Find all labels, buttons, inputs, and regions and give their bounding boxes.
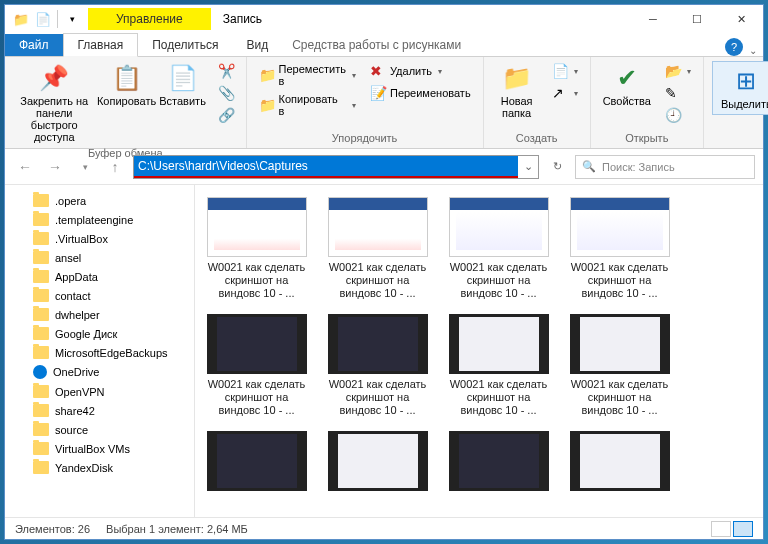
save-icon[interactable]: 📄 xyxy=(33,9,53,29)
file-item[interactable]: W0021 как сделать скриншот на виндовс 10… xyxy=(441,310,556,421)
folder-icon xyxy=(33,270,49,283)
tree-item[interactable]: OneDrive xyxy=(5,362,194,382)
thumbnail xyxy=(328,431,428,491)
delete-button[interactable]: ✖Удалить▾ xyxy=(366,61,475,81)
chevron-down-icon: ▾ xyxy=(574,67,578,76)
open-icon: 📂 xyxy=(665,63,681,79)
maximize-button[interactable]: ☐ xyxy=(675,5,719,33)
tree-item[interactable]: .VirtualBox xyxy=(5,229,194,248)
tree-item[interactable]: Google Диск xyxy=(5,324,194,343)
copy-path-button[interactable]: 📎 xyxy=(214,83,238,103)
rename-label: Переименовать xyxy=(390,87,471,99)
back-button[interactable]: ← xyxy=(13,155,37,179)
search-box[interactable]: 🔍 Поиск: Запись xyxy=(575,155,755,179)
tree-item[interactable]: ansel xyxy=(5,248,194,267)
rename-button[interactable]: 📝Переименовать xyxy=(366,83,475,103)
tree-item[interactable]: .opera xyxy=(5,191,194,210)
close-button[interactable]: ✕ xyxy=(719,5,763,33)
file-item[interactable]: W0021 как сделать скриншот на виндовс 10… xyxy=(562,310,677,421)
explorer-window: 📁 📄 ▾ Управление Запись ─ ☐ ✕ Файл Главн… xyxy=(4,4,764,540)
tree-item[interactable]: OpenVPN xyxy=(5,382,194,401)
contextual-tab-manage[interactable]: Управление xyxy=(88,8,211,30)
contextual-subtab[interactable]: Средства работы с рисунками xyxy=(282,34,471,56)
paste-button[interactable]: 📄 Вставить xyxy=(158,61,208,109)
pin-button[interactable]: 📌 Закрепить на панели быстрого доступа xyxy=(13,61,96,145)
help-icon[interactable]: ? xyxy=(725,38,743,56)
recent-dropdown[interactable]: ▾ xyxy=(73,155,97,179)
tree-item[interactable]: .templateengine xyxy=(5,210,194,229)
address-bar[interactable]: C:\Users\hardr\Videos\Captures ⌄ xyxy=(133,155,539,179)
rename-icon: 📝 xyxy=(370,85,386,101)
easy-access-icon: ↗ xyxy=(552,85,568,101)
refresh-button[interactable]: ↻ xyxy=(545,155,569,179)
ribbon-tabs: Файл Главная Поделиться Вид Средства раб… xyxy=(5,33,763,57)
copy-button[interactable]: 📋 Копировать xyxy=(102,61,152,109)
cut-button[interactable]: ✂️ xyxy=(214,61,238,81)
file-item[interactable] xyxy=(441,427,556,495)
navigation-bar: ← → ▾ ↑ C:\Users\hardr\Videos\Captures ⌄… xyxy=(5,149,763,185)
tab-file[interactable]: Файл xyxy=(5,34,63,56)
separator xyxy=(57,10,58,28)
details-view-button[interactable] xyxy=(711,521,731,537)
tree-item[interactable]: AppData xyxy=(5,267,194,286)
tree-item[interactable]: contact xyxy=(5,286,194,305)
properties-button[interactable]: ✔ Свойства xyxy=(599,61,655,109)
copy-icon: 📋 xyxy=(112,63,142,93)
select-icon: ⊞ xyxy=(736,66,756,96)
file-item[interactable]: W0021 как сделать скриншот на виндовс 10… xyxy=(199,310,314,421)
address-dropdown-icon[interactable]: ⌄ xyxy=(518,160,538,173)
up-button[interactable]: ↑ xyxy=(103,155,127,179)
onedrive-icon xyxy=(33,365,47,379)
thumbnail xyxy=(449,197,549,257)
move-to-button[interactable]: 📁Переместить в▾ xyxy=(255,61,360,89)
window-controls: ─ ☐ ✕ xyxy=(631,5,763,33)
thumbnails-view-button[interactable] xyxy=(733,521,753,537)
minimize-button[interactable]: ─ xyxy=(631,5,675,33)
qat-dropdown-icon[interactable]: ▾ xyxy=(62,9,82,29)
file-item[interactable]: W0021 как сделать скриншот на виндовс 10… xyxy=(441,193,556,304)
navigation-pane[interactable]: .opera.templateengine.VirtualBoxanselApp… xyxy=(5,185,195,517)
collapse-ribbon-icon[interactable]: ⌄ xyxy=(749,45,757,56)
forward-button[interactable]: → xyxy=(43,155,67,179)
search-placeholder: Поиск: Запись xyxy=(602,161,675,173)
group-open: ✔ Свойства 📂▾ ✎ 🕘 Открыть xyxy=(591,57,704,148)
tree-item[interactable]: YandexDisk xyxy=(5,458,194,477)
address-text[interactable]: C:\Users\hardr\Videos\Captures xyxy=(134,156,518,178)
tab-home[interactable]: Главная xyxy=(63,33,139,57)
history-button[interactable]: 🕘 xyxy=(661,105,695,125)
tree-item[interactable]: MicrosoftEdgeBackups xyxy=(5,343,194,362)
easy-access-button[interactable]: ↗▾ xyxy=(548,83,582,103)
tree-item[interactable]: source xyxy=(5,420,194,439)
tree-item-label: .templateengine xyxy=(55,214,133,226)
open-button[interactable]: 📂▾ xyxy=(661,61,695,81)
copy-to-button[interactable]: 📁Копировать в▾ xyxy=(255,91,360,119)
tree-item[interactable]: share42 xyxy=(5,401,194,420)
file-label: W0021 как сделать скриншот на виндовс 10… xyxy=(324,378,431,417)
file-item[interactable]: W0021 как сделать скриншот на виндовс 10… xyxy=(320,193,435,304)
tree-item[interactable]: VirtualBox VMs xyxy=(5,439,194,458)
content-area: .opera.templateengine.VirtualBoxanselApp… xyxy=(5,185,763,517)
file-item[interactable]: W0021 как сделать скриншот на виндовс 10… xyxy=(320,310,435,421)
new-folder-button[interactable]: 📁 Новая папка xyxy=(492,61,542,121)
open-group-label: Открыть xyxy=(599,130,695,144)
paste-shortcut-button[interactable]: 🔗 xyxy=(214,105,238,125)
file-item[interactable]: W0021 как сделать скриншот на виндовс 10… xyxy=(199,193,314,304)
file-item[interactable] xyxy=(562,427,677,495)
edit-button[interactable]: ✎ xyxy=(661,83,695,103)
select-button[interactable]: ⊞ Выделить xyxy=(712,61,768,115)
tab-share[interactable]: Поделиться xyxy=(138,34,232,56)
file-item[interactable]: W0021 как сделать скриншот на виндовс 10… xyxy=(562,193,677,304)
tree-item[interactable]: dwhelper xyxy=(5,305,194,324)
thumbnail xyxy=(328,197,428,257)
items-view[interactable]: W0021 как сделать скриншот на виндовс 10… xyxy=(195,185,763,517)
file-item[interactable] xyxy=(320,427,435,495)
edit-icon: ✎ xyxy=(665,85,681,101)
chevron-down-icon: ▾ xyxy=(574,89,578,98)
file-item[interactable] xyxy=(199,427,314,495)
new-item-button[interactable]: 📄▾ xyxy=(548,61,582,81)
thumbnail xyxy=(570,431,670,491)
new-folder-icon: 📁 xyxy=(502,63,532,93)
window-title: Запись xyxy=(211,8,274,30)
tab-view[interactable]: Вид xyxy=(232,34,282,56)
title-bar: 📁 📄 ▾ Управление Запись ─ ☐ ✕ xyxy=(5,5,763,33)
